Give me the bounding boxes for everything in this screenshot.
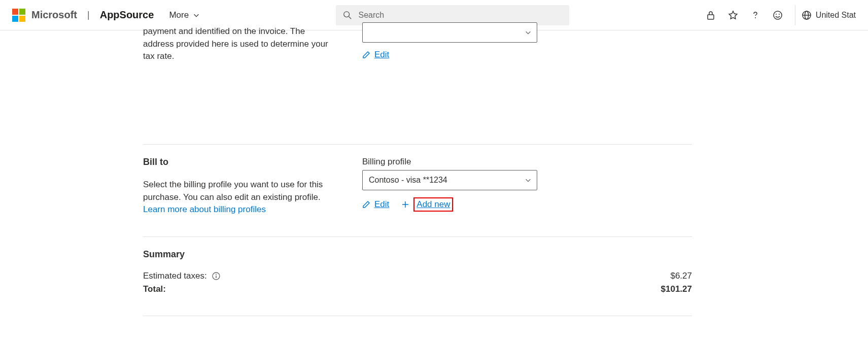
total-label: Total: <box>143 284 166 294</box>
sold-to-select[interactable] <box>362 22 537 43</box>
microsoft-logo-icon <box>12 9 25 22</box>
lock-icon[interactable] <box>706 10 716 20</box>
more-menu[interactable]: More <box>169 10 200 20</box>
bill-to-desc: Select the billing profile you want to u… <box>143 179 331 216</box>
learn-more-link[interactable]: Learn more about billing profiles <box>143 204 266 214</box>
section-divider <box>143 236 692 237</box>
plus-icon <box>401 200 409 209</box>
help-icon[interactable] <box>750 10 760 20</box>
product-name[interactable]: AppSource <box>100 9 154 21</box>
pencil-icon <box>362 51 370 59</box>
edit-label: Edit <box>374 50 389 60</box>
total-value: $101.27 <box>661 284 692 294</box>
billing-edit-link[interactable]: Edit <box>362 199 389 210</box>
svg-rect-2 <box>708 15 714 19</box>
pencil-icon <box>362 200 370 209</box>
sold-to-edit-link[interactable]: Edit <box>362 50 389 60</box>
search-icon <box>343 11 352 20</box>
brand-text: Microsoft <box>31 9 77 21</box>
chevron-down-icon <box>525 29 532 36</box>
taxes-line: Estimated taxes: $6.27 <box>143 271 692 281</box>
star-icon[interactable] <box>728 10 738 20</box>
taxes-label: Estimated taxes: <box>143 271 207 281</box>
total-line: Total: $101.27 <box>143 284 692 294</box>
svg-point-4 <box>774 11 782 19</box>
globe-icon <box>802 10 812 20</box>
taxes-value: $6.27 <box>670 271 692 281</box>
chevron-down-icon <box>193 12 200 19</box>
svg-point-3 <box>755 17 756 18</box>
bill-to-desc-text: Select the billing profile you want to u… <box>143 180 323 202</box>
svg-line-1 <box>349 16 352 19</box>
more-label: More <box>169 10 189 20</box>
bill-to-row: Bill to Select the billing profile you w… <box>143 157 692 216</box>
svg-point-0 <box>344 11 350 17</box>
sold-to-value <box>369 28 371 37</box>
sold-to-row: payment and identified on the invoice. T… <box>143 25 692 63</box>
search-input[interactable] <box>358 11 562 20</box>
header-right: United Stat <box>706 5 856 25</box>
billing-add-new-link[interactable]: Add new <box>401 197 453 212</box>
svg-point-5 <box>776 14 777 15</box>
sold-to-desc: payment and identified on the invoice. T… <box>143 25 331 63</box>
add-new-highlight: Add new <box>413 197 453 212</box>
region-label: United Stat <box>816 11 856 20</box>
checkout-content: payment and identified on the invoice. T… <box>0 25 692 316</box>
billing-profile-select[interactable]: Contoso - visa **1234 <box>362 170 537 190</box>
taxes-label-wrap: Estimated taxes: <box>143 271 220 281</box>
summary-section: Summary Estimated taxes: $6.27 Total: $1… <box>143 249 692 294</box>
svg-point-6 <box>779 14 780 15</box>
brand-divider: | <box>87 10 90 20</box>
billing-profile-label: Billing profile <box>362 157 692 167</box>
info-icon[interactable] <box>212 272 220 280</box>
feedback-icon[interactable] <box>773 10 783 20</box>
bill-to-title: Bill to <box>143 157 362 167</box>
region-selector[interactable]: United Stat <box>795 5 856 25</box>
section-divider <box>143 316 692 316</box>
summary-title: Summary <box>143 249 692 260</box>
edit-label: Edit <box>374 199 389 210</box>
section-divider <box>143 144 692 145</box>
add-new-label: Add new <box>416 199 450 209</box>
billing-profile-value: Contoso - visa **1234 <box>369 176 447 185</box>
header-left: Microsoft | AppSource More <box>12 9 200 22</box>
chevron-down-icon <box>525 177 532 184</box>
svg-point-12 <box>216 274 217 275</box>
